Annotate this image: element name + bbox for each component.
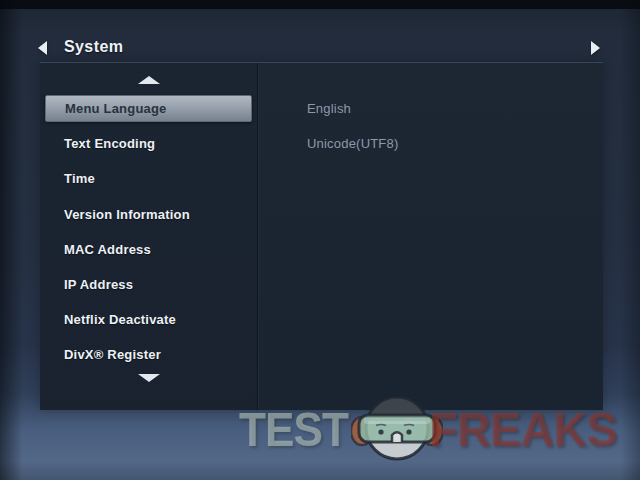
values-panel: English Unicode(UTF8) xyxy=(259,63,603,410)
scroll-up-button[interactable] xyxy=(40,76,257,84)
menu-item-netflix-deactivate[interactable]: Netflix Deactivate xyxy=(40,306,257,333)
chevron-right-icon[interactable] xyxy=(591,41,600,55)
settings-panel: Menu Language Text Encoding Time Version… xyxy=(40,62,603,410)
chevron-left-icon[interactable] xyxy=(38,41,47,55)
system-settings-screen: System Menu Language Text Encoding Time … xyxy=(0,0,640,480)
menu-list: Menu Language Text Encoding Time Version… xyxy=(40,63,257,410)
page-title: System xyxy=(64,38,123,56)
top-letterbox-bar xyxy=(0,0,640,9)
menu-item-ip-address[interactable]: IP Address xyxy=(40,271,257,298)
menu-item-version-information[interactable]: Version Information xyxy=(40,201,257,228)
menu-item-text-encoding[interactable]: Text Encoding xyxy=(40,130,257,157)
menu-item-time[interactable]: Time xyxy=(40,165,257,192)
menu-item-mac-address[interactable]: MAC Address xyxy=(40,236,257,263)
menu-item-menu-language[interactable]: Menu Language xyxy=(45,95,252,122)
value-text-encoding: Unicode(UTF8) xyxy=(307,130,398,157)
triangle-down-icon xyxy=(138,374,160,382)
value-menu-language: English xyxy=(307,95,351,122)
triangle-up-icon xyxy=(138,76,160,84)
menu-item-divx-register[interactable]: DivX® Register xyxy=(40,341,257,368)
scroll-down-button[interactable] xyxy=(40,374,257,382)
